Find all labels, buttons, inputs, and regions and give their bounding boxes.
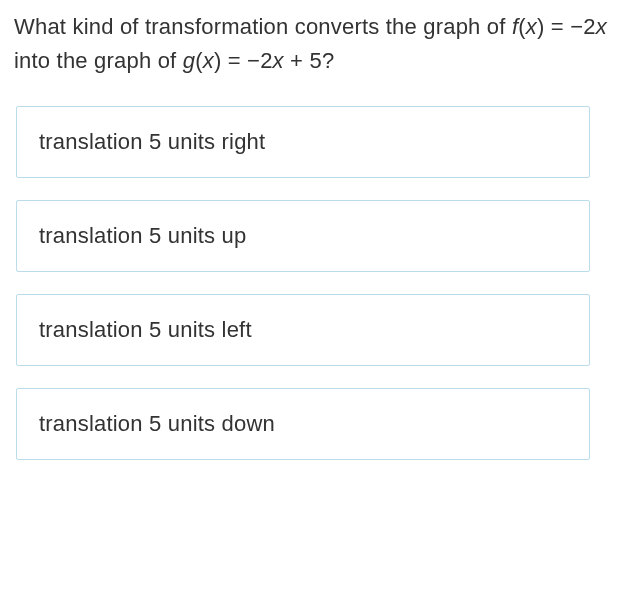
var-x: x (596, 14, 607, 39)
paren-open: ( (518, 14, 526, 39)
paren-open: ( (195, 48, 203, 73)
eq-part: = −2 (221, 48, 272, 73)
question-part: + 5? (284, 48, 335, 73)
option-button-4[interactable]: translation 5 units down (16, 388, 590, 460)
option-button-3[interactable]: translation 5 units left (16, 294, 590, 366)
question-part: into the graph of (14, 48, 183, 73)
var-x: x (273, 48, 284, 73)
fn-g: g (183, 48, 195, 73)
var-x: x (526, 14, 537, 39)
option-button-2[interactable]: translation 5 units up (16, 200, 590, 272)
paren-close: ) (537, 14, 545, 39)
options-list: translation 5 units right translation 5 … (14, 106, 614, 460)
var-x: x (203, 48, 214, 73)
option-button-1[interactable]: translation 5 units right (16, 106, 590, 178)
question-part: What kind of transformation converts the… (14, 14, 512, 39)
eq-part: = −2 (545, 14, 596, 39)
question-text: What kind of transformation converts the… (14, 10, 614, 78)
